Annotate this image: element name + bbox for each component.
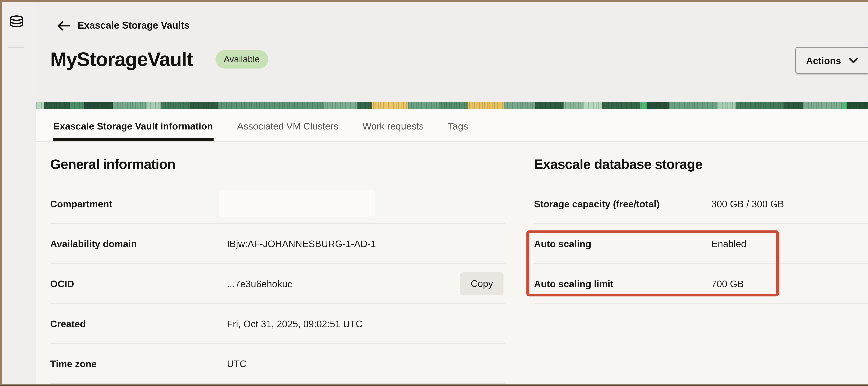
exascale-database-storage-section: Exascale database storage Storage capaci… bbox=[534, 142, 868, 384]
tab-bar: Exascale Storage Vault information Assoc… bbox=[36, 109, 868, 142]
exascale-database-storage-rows: Storage capacity (free/total) 300 GB / 3… bbox=[534, 184, 868, 304]
main-area: Exascale Storage Vaults MyStorageVault A… bbox=[36, 2, 868, 384]
auto-scaling-value: Enabled bbox=[711, 238, 746, 249]
created-label: Created bbox=[50, 318, 86, 329]
availability-domain-label: Availability domain bbox=[50, 238, 137, 249]
header-buttons: Actions Scale storage vault bbox=[795, 47, 868, 74]
breadcrumb[interactable]: Exascale Storage Vaults bbox=[57, 19, 190, 32]
tab-associated-vm-clusters[interactable]: Associated VM Clusters bbox=[237, 109, 338, 141]
ocid-value: ...7e3u6ehokuc bbox=[227, 278, 292, 289]
storage-capacity-label: Storage capacity (free/total) bbox=[534, 198, 659, 209]
redacted-compartment-value bbox=[219, 190, 375, 217]
row-time-zone: Time zone UTC bbox=[50, 344, 505, 384]
row-availability-domain: Availability domain IBjw:AF-JOHANNESBURG… bbox=[50, 224, 505, 264]
row-created: Created Fri, Oct 31, 2025, 09:02:51 UTC bbox=[50, 304, 505, 344]
general-information-rows: Compartment Availability domain IBjw:AF-… bbox=[50, 184, 505, 384]
chevron-down-icon bbox=[849, 57, 858, 63]
storage-capacity-value: 300 GB / 300 GB bbox=[711, 198, 784, 209]
tab-work-requests[interactable]: Work requests bbox=[363, 109, 424, 141]
status-badge: Available bbox=[215, 50, 268, 68]
sidebar-divider bbox=[8, 47, 24, 48]
oci-console-window: Exascale Storage Vaults MyStorageVault A… bbox=[0, 0, 868, 386]
page-title: MyStorageVault bbox=[50, 48, 193, 72]
general-information-section: General information Compartment Availabi… bbox=[50, 142, 505, 384]
actions-button[interactable]: Actions bbox=[795, 47, 868, 74]
content-panel: General information Compartment Availabi… bbox=[36, 142, 868, 384]
auto-scaling-limit-label: Auto scaling limit bbox=[534, 278, 614, 289]
tab-exascale-storage-vault-information[interactable]: Exascale Storage Vault information bbox=[54, 109, 213, 141]
database-icon[interactable] bbox=[9, 15, 24, 32]
created-value: Fri, Oct 31, 2025, 09:02:51 UTC bbox=[227, 318, 363, 329]
tab-tags[interactable]: Tags bbox=[448, 109, 468, 141]
row-compartment: Compartment bbox=[50, 184, 505, 224]
window-content: Exascale Storage Vaults MyStorageVault A… bbox=[2, 2, 868, 384]
back-arrow-icon[interactable] bbox=[57, 20, 71, 31]
copy-button[interactable]: Copy bbox=[460, 272, 503, 295]
row-ocid: OCID ...7e3u6ehokuc Copy bbox=[50, 264, 505, 304]
row-storage-capacity: Storage capacity (free/total) 300 GB / 3… bbox=[534, 184, 868, 224]
sidebar bbox=[2, 2, 36, 384]
auto-scaling-label: Auto scaling bbox=[534, 238, 591, 249]
decorative-banner bbox=[36, 102, 868, 109]
page-header: Exascale Storage Vaults MyStorageVault A… bbox=[36, 2, 868, 102]
time-zone-value: UTC bbox=[227, 358, 247, 369]
auto-scaling-limit-value: 700 GB bbox=[711, 278, 744, 289]
general-information-title: General information bbox=[50, 155, 175, 173]
row-auto-scaling-limit: Auto scaling limit 700 GB bbox=[534, 264, 868, 304]
availability-domain-value: IBjw:AF-JOHANNESBURG-1-AD-1 bbox=[227, 238, 376, 249]
row-auto-scaling: Auto scaling Enabled bbox=[534, 224, 868, 264]
compartment-label: Compartment bbox=[50, 198, 112, 209]
time-zone-label: Time zone bbox=[50, 358, 97, 369]
ocid-label: OCID bbox=[50, 278, 74, 289]
breadcrumb-label[interactable]: Exascale Storage Vaults bbox=[78, 20, 190, 31]
exascale-database-storage-title: Exascale database storage bbox=[534, 155, 702, 173]
actions-button-label: Actions bbox=[806, 55, 841, 66]
